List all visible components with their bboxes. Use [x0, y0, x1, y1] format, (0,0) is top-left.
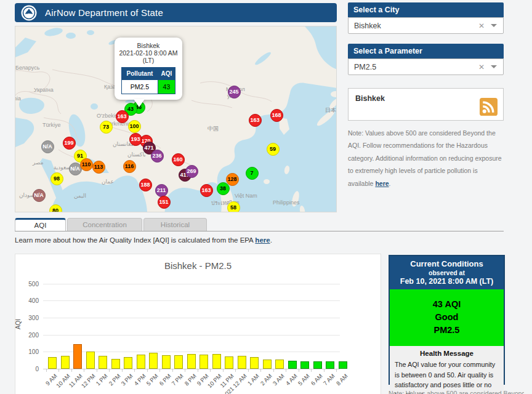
aqi-map-marker[interactable]: N/A	[41, 140, 54, 153]
clipped-footer-note: Note: Values above 500 are considered Be…	[389, 390, 524, 394]
chart-bar[interactable]	[48, 357, 57, 369]
health-message-box: Health Message The AQI value for your co…	[390, 346, 504, 394]
chart-bar[interactable]	[149, 353, 158, 369]
aqi-map-marker[interactable]: 113	[92, 161, 105, 174]
app-header: AirNow Department of State	[15, 3, 337, 22]
parameter-select[interactable]: PM2.5 ✕	[348, 58, 504, 75]
map-country-label: Беларусь	[15, 65, 39, 71]
map-country-label: Việt Nam	[235, 193, 257, 199]
observed-at-label: observed at	[391, 269, 502, 276]
tab-concentration[interactable]: Concentration	[67, 218, 142, 231]
aqi-map-marker[interactable]: 211	[155, 184, 168, 197]
chart-x-tick	[198, 369, 198, 372]
note-here-link[interactable]: here	[375, 180, 389, 187]
aqi-map-marker[interactable]: 193	[129, 133, 142, 146]
chart-bar[interactable]	[250, 357, 259, 369]
aqi-map-marker[interactable]: 7	[246, 167, 259, 180]
city-clear-icon[interactable]: ✕	[478, 22, 485, 30]
aqi-map-marker[interactable]: 245	[228, 86, 241, 98]
tooltip-aqi-value: 43	[158, 80, 175, 94]
aqi-map-marker[interactable]: 160	[172, 153, 185, 166]
rss-city-label: Bishkek	[355, 94, 385, 103]
chart-bar[interactable]	[313, 361, 322, 369]
aqi-map-marker[interactable]: 151	[158, 196, 171, 209]
aqi-map-marker[interactable]: 163	[249, 114, 262, 127]
aqi-map-marker[interactable]: 98	[50, 172, 63, 185]
chart-bar[interactable]	[326, 361, 334, 369]
parameter-dropdown-caret-icon[interactable]	[491, 65, 497, 68]
chart-gridline	[43, 300, 340, 301]
aqi-map[interactable]: БеларусьУкраїнаâniaҚазақстанO'zbekistonT…	[15, 26, 337, 212]
city-select-value: Bishkek	[354, 22, 381, 30]
chart-x-tick	[122, 369, 123, 372]
aqi-map-marker[interactable]: N/A	[33, 189, 46, 202]
chart-bar[interactable]	[73, 344, 82, 369]
chart-bar[interactable]	[263, 360, 272, 369]
parameter-clear-icon[interactable]: ✕	[478, 63, 485, 71]
chart-bar[interactable]	[288, 361, 297, 369]
health-message-title: Health Message	[395, 350, 499, 357]
chart-bar[interactable]	[124, 357, 132, 369]
select-city-header: Select a City	[348, 2, 504, 17]
chart-bar[interactable]	[339, 361, 347, 369]
chart-y-tick-label: 500	[22, 281, 39, 287]
chart-bar[interactable]	[200, 355, 208, 369]
map-country-label: باكستان	[127, 151, 146, 158]
aqi-map-marker[interactable]: 199	[63, 137, 76, 150]
aqi-map-marker[interactable]: 73	[100, 121, 113, 134]
chart-gridline	[43, 318, 340, 318]
aqi-map-marker[interactable]: 269	[185, 165, 198, 178]
chart-title: Bishkek - PM2.5	[15, 260, 381, 271]
chart-bar[interactable]	[111, 359, 120, 369]
epa-here-link[interactable]: here	[255, 236, 270, 244]
chart-gridline	[43, 284, 340, 284]
aqi-map-marker[interactable]: 168	[270, 109, 283, 122]
tooltip-table: Pollutant AQI PM2.5 43	[121, 67, 175, 94]
city-dropdown-caret-icon[interactable]	[491, 24, 497, 27]
chart-bar[interactable]	[99, 356, 107, 369]
chart-bar[interactable]	[212, 354, 221, 369]
rss-feed-icon[interactable]	[480, 98, 498, 116]
aqi-map-marker[interactable]: 163	[200, 184, 213, 197]
city-select[interactable]: Bishkek ✕	[348, 17, 504, 34]
chart-x-tick	[210, 369, 211, 372]
state-department-seal-icon	[21, 5, 37, 21]
tooltip-city: Bishkek	[118, 42, 179, 49]
chart-x-tick	[97, 369, 97, 372]
chart-y-tick-label: 0	[22, 366, 39, 372]
aqi-map-marker[interactable]: 59	[267, 143, 280, 156]
chart-bar[interactable]	[275, 360, 284, 369]
chart-x-tick	[84, 369, 84, 372]
aqi-value: 43 AQI	[390, 298, 504, 311]
note-text: Note: Values above 500 are considered Be…	[348, 129, 502, 187]
aqi-map-marker[interactable]: 110	[80, 158, 93, 171]
observed-datetime: Feb 10, 2021 8:00 AM (LT)	[391, 277, 502, 286]
aqi-map-marker[interactable]: 163	[116, 110, 129, 123]
chart-bar[interactable]	[61, 356, 70, 369]
chart-y-tick-label: 100	[22, 348, 39, 355]
chart-bar[interactable]	[137, 355, 145, 369]
chart-bar[interactable]	[187, 354, 196, 369]
map-country-label: 日本	[325, 107, 336, 115]
tooltip-aqi-header: AQI	[158, 68, 175, 80]
chart-bar[interactable]	[300, 361, 309, 369]
tooltip-pollutant-header: Pollutant	[122, 68, 158, 80]
chart-bar[interactable]	[225, 356, 233, 369]
aqi-map-marker[interactable]: 100	[128, 120, 141, 133]
chart-bar[interactable]	[86, 352, 95, 369]
chart-bar[interactable]	[174, 355, 183, 369]
tab-historical[interactable]: Historical	[143, 218, 207, 231]
aqi-map-marker[interactable]: 188	[139, 179, 152, 191]
map-tooltip: Bishkek 2021-02-10 8:00 AM (LT) Pollutan…	[115, 38, 182, 100]
aqi-map-marker[interactable]: 116	[123, 160, 136, 173]
chart-bar[interactable]	[162, 355, 171, 369]
chart-x-tick	[336, 369, 337, 372]
tooltip-datetime: 2021-02-10 8:00 AM	[118, 49, 179, 57]
aqi-map-marker[interactable]: 236	[151, 150, 164, 163]
chart-x-tick	[172, 369, 173, 372]
chart-bar[interactable]	[238, 356, 246, 369]
aqi-map-marker[interactable]: 58	[227, 201, 240, 213]
tab-aqi[interactable]: AQI	[15, 218, 66, 231]
beyond-aqi-note: Note: Values above 500 are considered Be…	[348, 127, 505, 190]
aqi-map-marker[interactable]: 38	[217, 182, 230, 195]
